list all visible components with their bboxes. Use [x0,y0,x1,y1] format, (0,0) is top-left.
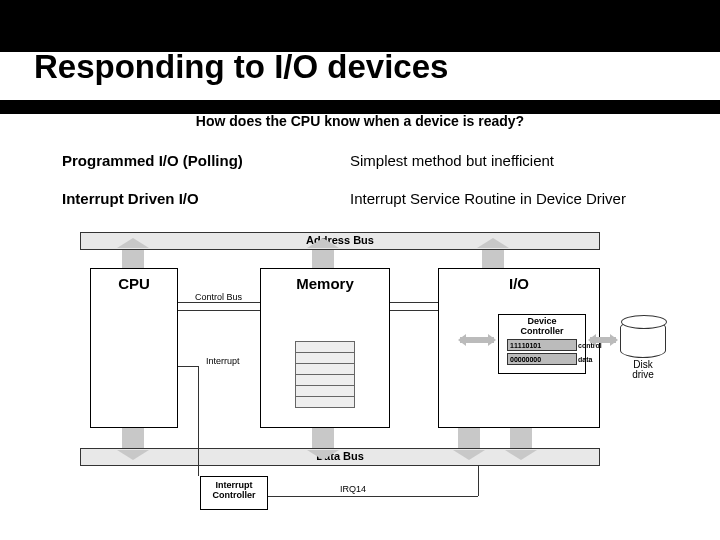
io-label: I/O [509,275,529,292]
data-register-label: data [578,354,604,366]
irq-line [268,496,478,497]
disk-drive-label: Disk drive [620,360,666,380]
irq-label: IRQ14 [340,484,366,494]
black-header-bar [0,0,720,52]
arrow-icon [122,428,144,448]
data-register: 00000000 data [507,353,577,365]
arrow-icon [588,334,618,346]
slide-title: Responding to I/O devices [34,48,448,86]
arrow-icon [458,334,496,346]
arrow-icon [312,250,334,268]
control-bus-line [390,310,438,311]
control-bus-line [390,302,438,303]
architecture-diagram: Address Bus Data Bus CPU Memory I/O Cont… [80,226,640,501]
memory-block: Memory [260,268,390,428]
arrow-icon [458,428,480,448]
arrow-icon [312,428,334,448]
black-divider-bar [0,100,720,114]
memory-slots-icon [295,341,355,407]
control-bus-line [178,310,260,311]
interrupt-line [198,366,199,476]
control-register: 11110101 control [507,339,577,351]
control-bus-label: Control Bus [195,292,242,302]
interrupt-label: Interrupt [206,356,240,366]
memory-label: Memory [296,275,354,292]
data-register-value: 00000000 [510,356,541,363]
cpu-block: CPU [90,268,178,428]
method-polling: Programmed I/O (Polling) [62,152,243,169]
method-polling-desc: Simplest method but inefficient [350,152,554,169]
arrow-icon [510,428,532,448]
address-bus-label: Address Bus [81,234,599,246]
method-interrupt-desc: Interrupt Service Routine in Device Driv… [350,190,626,207]
arrow-icon [122,250,144,268]
address-bus: Address Bus [80,232,600,250]
slide-question: How does the CPU know when a device is r… [0,113,720,129]
interrupt-controller-block: Interrupt Controller [200,476,268,510]
control-register-value: 11110101 [510,342,541,349]
control-bus-line [178,302,260,303]
device-controller-block: Device Controller 11110101 control 00000… [498,314,586,374]
irq-line [478,466,479,496]
disk-drive-icon: Disk drive [620,320,666,380]
arrow-icon [482,250,504,268]
interrupt-line [178,366,198,367]
method-interrupt: Interrupt Driven I/O [62,190,199,207]
device-controller-label: Device Controller [520,316,563,336]
